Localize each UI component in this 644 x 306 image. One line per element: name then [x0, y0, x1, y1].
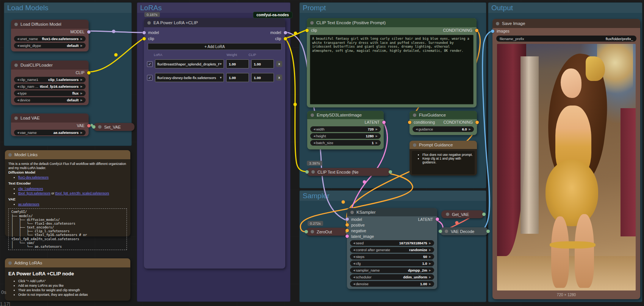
positive-input-slot[interactable]	[345, 223, 349, 227]
node-titlebar[interactable]: CLIP Text Encode (Positive Prompt)	[307, 18, 477, 27]
decrement-arrow-icon[interactable]: ◀	[16, 78, 20, 81]
model-input-slot[interactable]	[142, 31, 146, 34]
decrement-arrow-icon[interactable]: ◀	[16, 44, 20, 47]
increment-arrow-icon[interactable]: ▶	[80, 92, 83, 95]
group-load-models-titlebar[interactable]: Load Models	[4, 3, 131, 13]
node-load-diffusion-model[interactable]: Load Diffusion Model MODEL ◀unet_nameflu…	[11, 20, 89, 51]
node-save-image[interactable]: Save Image images filename_prefix flux/f…	[492, 19, 640, 299]
node-prompt-guidance[interactable]: Prompt Guidance Flux does not use negati…	[410, 141, 477, 176]
images-input-slot[interactable]	[491, 30, 494, 33]
decrement-arrow-icon[interactable]: ◀	[352, 269, 356, 272]
widget-sampler-name[interactable]: ◀sampler_namedpmpp_2m▶	[350, 267, 434, 273]
clip-input-slot[interactable]	[305, 29, 309, 32]
widget-control-after-generate[interactable]: ◀control after generaterandomize▶	[350, 247, 434, 253]
model-download-link[interactable]: t5xxl_fp8_e4m3fn_scaled.safetensors	[55, 191, 109, 195]
increment-arrow-icon[interactable]: ▶	[428, 283, 432, 286]
node-titlebar[interactable]: Model Links	[5, 150, 130, 159]
group-sampler-titlebar[interactable]: Sampler	[300, 191, 486, 201]
node-load-vae[interactable]: Load VAE VAE ◀vae_nameae.safetensors▶	[11, 113, 89, 136]
increment-arrow-icon[interactable]: ▶	[428, 242, 432, 245]
increment-arrow-icon[interactable]: ▶	[428, 255, 432, 258]
decrement-arrow-icon[interactable]: ◀	[352, 262, 356, 265]
node-zero-out[interactable]: ZeroOut	[306, 228, 347, 236]
decrement-arrow-icon[interactable]: ◀	[313, 141, 316, 144]
decrement-arrow-icon[interactable]: ◀	[352, 249, 356, 252]
collapsed-input-slot[interactable]	[305, 230, 308, 233]
increment-arrow-icon[interactable]: ▶	[375, 135, 378, 138]
group-output-titlebar[interactable]: Output	[488, 3, 642, 13]
widget-scheduler[interactable]: ◀schedulerddim_uniform▶	[350, 274, 434, 280]
node-titlebar[interactable]: EA Power LoRA +CLIP	[144, 18, 285, 27]
lora-enabled-checkbox[interactable]: ✓	[147, 61, 153, 67]
node-set-vae[interactable]: Set_VAE	[94, 123, 134, 131]
widget-width[interactable]: ◀width720▶	[310, 126, 381, 132]
vae-output-slot[interactable]	[87, 124, 91, 127]
increment-arrow-icon[interactable]: ▶	[375, 128, 378, 131]
model-download-link[interactable]: ae.safetensors	[18, 202, 39, 206]
decrement-arrow-icon[interactable]: ◀	[415, 128, 418, 131]
clip-output-slot[interactable]	[284, 37, 287, 40]
collapsed-input-slot[interactable]	[305, 170, 309, 174]
increment-arrow-icon[interactable]: ▶	[80, 37, 83, 40]
conditioning-output-slot[interactable]	[475, 121, 479, 124]
node-ksampler[interactable]: KSampler model LATENT positive negative …	[347, 208, 437, 289]
collapsed-input-slot[interactable]	[439, 230, 442, 233]
widget-unet-name[interactable]: ◀unet_nameflux1-dev.safetensors▶	[14, 36, 86, 42]
node-titlebar[interactable]: DualCLIPLoader	[11, 61, 89, 70]
node-titlebar[interactable]: EmptySD3LatentImage	[307, 111, 384, 119]
increment-arrow-icon[interactable]: ▶	[80, 85, 83, 88]
widget-clip-name1[interactable]: ◀clip_name1clip_l.safetensors▶	[14, 77, 86, 82]
increment-arrow-icon[interactable]: ▶	[428, 269, 432, 272]
lora-select[interactable]: flux\zavy-disney-belle-flx.safetensors▾	[155, 73, 224, 82]
widget-device[interactable]: ◀devicedefault▶	[14, 97, 86, 103]
increment-arrow-icon[interactable]: ▶	[428, 276, 432, 279]
node-titlebar[interactable]: Save Image	[492, 19, 640, 28]
node-titlebar[interactable]: Load VAE	[11, 113, 89, 123]
lora-weight-input[interactable]: 1.00	[226, 73, 249, 82]
increment-arrow-icon[interactable]: ▶	[428, 262, 432, 265]
remove-lora-button[interactable]: x	[276, 75, 282, 81]
widget-steps[interactable]: ◀steps50▶	[350, 254, 434, 259]
clip-input-slot[interactable]	[142, 37, 146, 40]
node-clip-text-encode-negative[interactable]: CLIP Text Encode (Ne	[307, 168, 390, 176]
increment-arrow-icon[interactable]: ▶	[80, 131, 83, 134]
group-loras-titlebar[interactable]: LoRAs	[137, 3, 290, 13]
increment-arrow-icon[interactable]: ▶	[428, 249, 432, 252]
remove-lora-button[interactable]: x	[276, 61, 282, 67]
node-model-links[interactable]: Model Links This is a remix of the defau…	[5, 150, 130, 236]
node-clip-text-encode-positive[interactable]: CLIP Text Encode (Positive Prompt) clip …	[307, 18, 477, 107]
widget-clip-name2[interactable]: ◀clip_nam ...t5xxl_fp16.safetensors▶	[14, 84, 86, 89]
latent-output-slot[interactable]	[436, 217, 439, 221]
lora-weight-input[interactable]: 1.00	[226, 59, 249, 68]
decrement-arrow-icon[interactable]: ◀	[16, 85, 20, 88]
node-get-vae[interactable]: Get_VAE	[441, 210, 484, 218]
filename-prefix-input[interactable]: filename_prefix flux/folder/prefix_	[496, 36, 636, 42]
node-vae-decode[interactable]: VAE Decode	[440, 227, 488, 235]
node-ea-power-lora[interactable]: EA Power LoRA +CLIP model model clip cli…	[144, 18, 285, 269]
decrement-arrow-icon[interactable]: ◀	[16, 92, 20, 95]
prompt-textarea[interactable]: A beautiful fantasy girl with long curly…	[310, 35, 474, 104]
conditioning-input-slot[interactable]	[408, 121, 411, 124]
decrement-arrow-icon[interactable]: ◀	[352, 255, 356, 258]
node-titlebar[interactable]: FluxGuidance	[410, 111, 477, 119]
node-dualcliploader[interactable]: DualCLIPLoader CLIP ◀clip_name1clip_l.sa…	[11, 61, 89, 105]
model-download-link[interactable]: flux1-dev.safetensors	[18, 176, 48, 179]
decrement-arrow-icon[interactable]: ◀	[352, 283, 356, 286]
decrement-arrow-icon[interactable]: ◀	[16, 131, 20, 134]
lora-clip-input[interactable]: 1.00	[251, 73, 274, 82]
clip-output-slot[interactable]	[87, 71, 91, 75]
node-titlebar[interactable]: Adding LoRAs	[5, 258, 130, 267]
increment-arrow-icon[interactable]: ▶	[468, 128, 472, 131]
decrement-arrow-icon[interactable]: ◀	[352, 276, 356, 279]
model-input-slot[interactable]	[345, 217, 349, 221]
widget-cfg[interactable]: ◀cfg1.0▶	[350, 261, 434, 266]
widget-batch-size[interactable]: ◀batch_size1▶	[310, 140, 381, 146]
node-titlebar[interactable]: Prompt Guidance	[410, 141, 477, 149]
add-lora-button[interactable]: + Add LoRA	[148, 43, 281, 50]
lora-enabled-checkbox[interactable]: ✓	[147, 75, 153, 81]
latent-image-input-slot[interactable]	[345, 235, 349, 238]
node-adding-loras[interactable]: Adding LoRAs EA Power LoRA +CLIP node Cl…	[5, 258, 130, 301]
conditioning-output-slot[interactable]	[475, 29, 478, 32]
widget-weight-dtype[interactable]: ◀weight_dtypedefault▶	[14, 43, 86, 48]
decrement-arrow-icon[interactable]: ◀	[16, 99, 20, 102]
